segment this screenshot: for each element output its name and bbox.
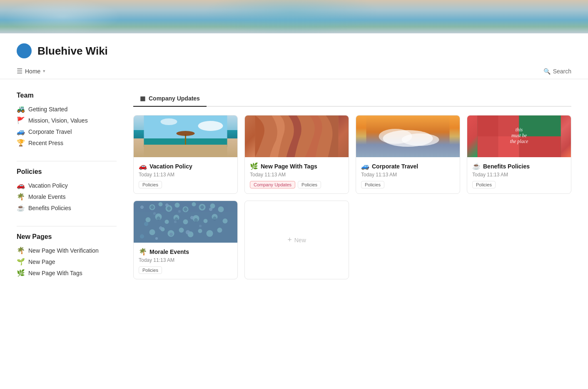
sidebar: Team 🚜 Getting Started 🚩 Mission, Vision… xyxy=(17,92,117,291)
card-emoji: 🌴 xyxy=(139,248,147,256)
home-nav-label: Home xyxy=(25,68,40,75)
card-title-row: 🚗 Vacation Policy xyxy=(139,162,232,170)
svg-point-46 xyxy=(207,230,213,237)
card-date: Today 11:13 AM xyxy=(139,257,232,263)
svg-point-37 xyxy=(204,219,208,223)
logo-circle xyxy=(17,43,32,58)
svg-point-34 xyxy=(174,215,179,221)
sidebar-item-morale-events[interactable]: 🌴 Morale Events xyxy=(17,191,117,202)
new-card-button[interactable]: + New xyxy=(244,201,349,279)
sidebar-section-new-pages: New Pages 🌴 New Page With Verification 🌱… xyxy=(17,233,117,279)
card-title: New Page With Tags xyxy=(261,163,317,170)
svg-point-6 xyxy=(177,131,195,136)
svg-point-33 xyxy=(165,220,169,224)
sidebar-item-vacation-policy[interactable]: 🚗 Vacation Policy xyxy=(17,180,117,191)
search-button[interactable]: 🔍 Search xyxy=(543,68,571,75)
card-date: Today 11:13 AM xyxy=(250,172,344,178)
card-image-canyon xyxy=(245,115,349,157)
svg-point-30 xyxy=(218,206,224,212)
palm-tree-icon: 🌴 xyxy=(17,246,25,254)
tractor-icon: 🚜 xyxy=(17,105,25,113)
sidebar-item-getting-started[interactable]: 🚜 Getting Started xyxy=(17,103,117,115)
sidebar-section-policies: Policies 🚗 Vacation Policy 🌴 Morale Even… xyxy=(17,168,117,213)
sidebar-item-label: New Page With Verification xyxy=(28,247,99,254)
sidebar-item-label: Vacation Policy xyxy=(28,182,68,189)
sidebar-item-new-page-tags[interactable]: 🌿 New Page With Tags xyxy=(17,267,117,279)
svg-point-27 xyxy=(192,202,196,206)
search-icon: 🔍 xyxy=(543,68,551,75)
sidebar-item-recent-press[interactable]: 🏆 Recent Press xyxy=(17,137,117,148)
seedling-icon: 🌱 xyxy=(17,258,25,266)
sidebar-item-label: Getting Started xyxy=(28,106,67,113)
sidebar-item-corporate-travel[interactable]: 🚙 Corporate Travel xyxy=(17,126,117,137)
card-image-beach xyxy=(134,115,237,157)
card-new-page-tags[interactable]: 🌿 New Page With Tags Today 11:13 AM Comp… xyxy=(244,115,349,194)
svg-point-45 xyxy=(198,229,202,233)
tag-company-updates[interactable]: Company Updates xyxy=(250,181,295,188)
card-tags: Policies xyxy=(139,181,232,188)
card-grid: 🚗 Vacation Policy Today 11:13 AM Policie… xyxy=(133,115,571,279)
card-emoji: 🚗 xyxy=(139,162,147,170)
svg-text:the place: the place xyxy=(510,138,528,144)
card-date: Today 11:13 AM xyxy=(472,172,566,178)
card-title: Vacation Policy xyxy=(149,163,192,170)
svg-point-31 xyxy=(146,217,151,222)
card-tags: Company Updates Policies xyxy=(250,181,344,188)
card-title-row: 🚙 Corporate Travel xyxy=(361,162,455,170)
card-image-floral xyxy=(134,201,237,243)
card-title: Morale Events xyxy=(149,248,189,255)
sidebar-item-label: Recent Press xyxy=(28,140,63,146)
tab-label: Company Updates xyxy=(149,95,200,102)
svg-point-43 xyxy=(179,228,184,233)
card-vacation-policy[interactable]: 🚗 Vacation Policy Today 11:13 AM Policie… xyxy=(133,115,238,194)
svg-point-29 xyxy=(210,203,215,208)
page-wrapper: Bluehive Wiki ☰ Home ▾ 🔍 Search Team 🚜 G… xyxy=(0,0,588,304)
card-date: Today 11:13 AM xyxy=(361,172,455,178)
card-benefits-policies[interactable]: this must be the place ☕ Benefits Polici… xyxy=(467,115,571,194)
tag-policies[interactable]: Policies xyxy=(361,181,384,188)
tag-policies[interactable]: Policies xyxy=(139,266,162,274)
card-date: Today 11:13 AM xyxy=(139,172,232,178)
card-image-sky xyxy=(356,115,460,157)
main-content: ▦ Company Updates xyxy=(133,92,571,291)
svg-point-11 xyxy=(402,133,439,146)
tag-policies[interactable]: Policies xyxy=(139,181,162,188)
title-area: Bluehive Wiki xyxy=(0,33,588,63)
sidebar-item-label: Morale Events xyxy=(28,193,65,200)
svg-point-39 xyxy=(223,218,228,223)
sidebar-item-label: Benefits Policies xyxy=(28,205,71,211)
card-title: Benefits Policies xyxy=(483,163,530,170)
tab-company-updates[interactable]: ▦ Company Updates xyxy=(133,92,207,107)
card-body: 🌴 Morale Events Today 11:13 AM Policies xyxy=(134,243,237,279)
chevron-down-icon: ▾ xyxy=(43,68,45,74)
svg-point-36 xyxy=(193,215,199,222)
card-corporate-travel[interactable]: 🚙 Corporate Travel Today 11:13 AM Polici… xyxy=(356,115,460,194)
tag-policies[interactable]: Policies xyxy=(472,181,496,188)
svg-point-28 xyxy=(199,204,206,211)
sidebar-item-mission[interactable]: 🚩 Mission, Vision, Values xyxy=(17,115,117,126)
sidebar-section-title-team: Team xyxy=(17,92,117,99)
card-title-row: 🌿 New Page With Tags xyxy=(250,162,344,170)
card-title: Corporate Travel xyxy=(372,163,418,170)
tag-policies[interactable]: Policies xyxy=(298,181,321,188)
tab-bar: ▦ Company Updates xyxy=(133,92,571,107)
card-body: 🌿 New Page With Tags Today 11:13 AM Comp… xyxy=(245,157,349,193)
sidebar-item-new-page-verification[interactable]: 🌴 New Page With Verification xyxy=(17,245,117,256)
svg-point-41 xyxy=(161,227,165,231)
svg-point-23 xyxy=(159,202,163,206)
sidebar-item-new-page[interactable]: 🌱 New Page xyxy=(17,256,117,267)
herb-icon: 🌿 xyxy=(17,269,25,277)
card-title-row: ☕ Benefits Policies xyxy=(472,162,566,170)
card-tags: Policies xyxy=(361,181,455,188)
flag-icon: 🚩 xyxy=(17,116,25,124)
card-morale-events[interactable]: 🌴 Morale Events Today 11:13 AM Policies xyxy=(133,201,238,279)
card-tags: Policies xyxy=(139,266,232,274)
card-body: 🚙 Corporate Travel Today 11:13 AM Polici… xyxy=(356,157,460,193)
new-card-label: New xyxy=(294,237,306,243)
grid-icon: ▦ xyxy=(140,95,145,102)
sidebar-item-label: New Page xyxy=(28,258,55,265)
site-title: Bluehive Wiki xyxy=(37,45,108,58)
search-label: Search xyxy=(553,68,571,75)
sidebar-item-benefits-policies[interactable]: ☕ Benefits Policies xyxy=(17,202,117,213)
home-nav[interactable]: ☰ Home ▾ xyxy=(17,67,45,75)
